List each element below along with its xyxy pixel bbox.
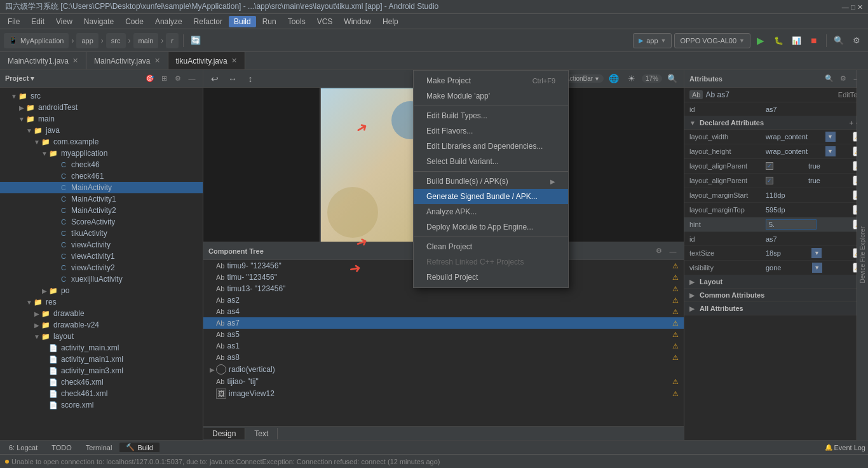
menu-view[interactable]: View [51, 16, 78, 27]
locale-btn[interactable]: 🌐 [606, 71, 621, 86]
all-section-header[interactable]: ▶ All Attributes [684, 302, 868, 315]
menu-run[interactable]: Run [257, 16, 281, 27]
comp-settings-icon[interactable]: ⚙ [653, 245, 665, 257]
tree-item-res[interactable]: ▼ 📁 res [0, 296, 203, 308]
breadcrumb-r[interactable]: r [166, 33, 179, 48]
back-nav-btn[interactable]: ↩ [207, 71, 222, 86]
menu-edit-libraries[interactable]: Edit Libraries and Dependencies... [414, 139, 568, 154]
tree-item-po[interactable]: ▶ 📁 po [0, 285, 203, 296]
bottom-tab-terminal[interactable]: Terminal [79, 443, 119, 452]
breadcrumb-main[interactable]: main [133, 33, 159, 48]
menu-analyze[interactable]: Analyze [150, 16, 187, 27]
settings-btn[interactable]: ⚙ [849, 33, 864, 48]
comp-item-as4[interactable]: Ab as4 ⚠ [203, 306, 684, 317]
sidebar-settings-icon[interactable]: ⚙ [172, 73, 184, 85]
menu-edit-build-types[interactable]: Edit Build Types... [414, 108, 568, 123]
device-dropdown[interactable]: OPPO VOG-AL00 ▼ [674, 33, 750, 48]
menu-tools[interactable]: Tools [283, 16, 311, 27]
tree-item-myapp[interactable]: ▼ 📁 myapplication [0, 148, 203, 159]
comp-item-as5[interactable]: Ab as5 ⚠ [203, 329, 684, 340]
declared-section-header[interactable]: ▼ Declared Attributes + — [684, 116, 868, 130]
tree-item-drawable-v24[interactable]: ▶ 📁 drawable-v24 [0, 319, 203, 331]
tree-item-viewactivity1[interactable]: C viewActivity1 [0, 251, 203, 262]
dropdown-btn[interactable]: ▼ [812, 263, 822, 273]
event-log-btn[interactable]: 🔔 Event Log [825, 444, 865, 451]
debug-btn[interactable]: 🐛 [771, 33, 786, 48]
maximize-btn[interactable]: □ [851, 3, 855, 11]
tab-tikuactivity[interactable]: tikuActivity.java ✕ [168, 52, 245, 70]
tab-close-icon[interactable]: ✕ [154, 57, 160, 65]
zoom-chip[interactable]: 17% [642, 74, 662, 83]
menu-help[interactable]: Help [377, 16, 403, 27]
sync-btn[interactable]: 🔄 [188, 33, 203, 48]
menu-vcs[interactable]: VCS [312, 16, 338, 27]
tree-item-activity-main3[interactable]: 📄 activity_main3.xml [0, 365, 203, 376]
comp-item-tijiao[interactable]: Ab tijiao- "tij" ⚠ [203, 376, 684, 387]
tree-item-activity-main1[interactable]: 📄 activity_main1.xml [0, 354, 203, 365]
menu-build[interactable]: Build [229, 16, 256, 27]
tree-item-main[interactable]: ▼ 📁 main [0, 113, 203, 125]
tree-item-viewactivity2[interactable]: C viewActivity2 [0, 262, 203, 273]
comp-item-as7[interactable]: Ab as7 ⚠ [203, 317, 684, 329]
menu-rebuild-project[interactable]: Rebuild Project [414, 270, 568, 285]
attr-settings-icon[interactable]: ⚙ [837, 73, 849, 85]
dropdown-btn[interactable]: ▼ [825, 132, 836, 142]
dropdown-btn[interactable]: ▼ [825, 146, 836, 156]
menu-make-project[interactable]: Make Project Ctrl+F9 [414, 73, 568, 88]
menu-select-variant[interactable]: Select Build Variant... [414, 154, 568, 169]
vert-btn[interactable]: ↕ [243, 71, 258, 86]
menu-code[interactable]: Code [120, 16, 149, 27]
comp-item-radio[interactable]: ▶ radio(vertical) [203, 363, 684, 376]
design-tab[interactable]: Design [203, 428, 245, 439]
comp-item-as1[interactable]: Ab as1 ⚠ [203, 340, 684, 352]
dropdown-btn[interactable]: ▼ [811, 248, 822, 258]
tree-item-androidtest[interactable]: ▶ 📁 androidTest [0, 102, 203, 113]
comp-item-as8[interactable]: Ab as8 ⚠ [203, 352, 684, 363]
attr-row-hint[interactable]: hint ⚠ [684, 217, 868, 232]
layout-section-header[interactable]: ▶ Layout [684, 275, 868, 289]
tree-item-mainactivity2[interactable]: C MainActivity2 [0, 205, 203, 216]
tree-item-mainactivity1[interactable]: C MainActivity1 [0, 193, 203, 205]
tab-mainactivity[interactable]: MainActivity.java ✕ [86, 52, 168, 70]
tree-item-check461[interactable]: C check461 [0, 170, 203, 182]
menu-make-module[interactable]: Make Module 'app' [414, 88, 568, 104]
menu-edit[interactable]: Edit [26, 16, 50, 27]
tree-item-src[interactable]: ▼ 📁 src [0, 90, 203, 102]
bottom-tab-build[interactable]: 🔨 Build [119, 443, 159, 452]
sidebar-locate-icon[interactable]: 🎯 [144, 73, 156, 85]
zoom-in-btn[interactable]: 🔍 [665, 71, 680, 86]
tree-item-check461-xml[interactable]: 📄 check461.xml [0, 388, 203, 399]
sidebar-close-icon[interactable]: — [186, 73, 198, 85]
tree-item-tikuactivity[interactable]: C tikuActivity [0, 228, 203, 239]
tab-close-icon[interactable]: ✕ [72, 57, 78, 65]
tree-item-drawable[interactable]: ▶ 📁 drawable [0, 308, 203, 319]
tree-item-mainactivity[interactable]: C MainActivity [0, 182, 203, 193]
comp-item-imageview12[interactable]: 🖼 imageView12 ⚠ [203, 387, 684, 400]
tree-item-scoreactivity[interactable]: C ScoreActivity [0, 216, 203, 228]
tree-item-viewactivity[interactable]: C viewActivity [0, 239, 203, 251]
tree-item-activity-main[interactable]: 📄 activity_main.xml [0, 342, 203, 354]
breadcrumb-app[interactable]: app [76, 33, 98, 48]
tree-item-score-xml[interactable]: 📄 score.xml [0, 399, 203, 411]
attr-search-icon[interactable]: 🔍 [824, 73, 835, 85]
comp-minus-icon[interactable]: — [667, 245, 679, 257]
ui-mode-btn[interactable]: ☀ [624, 71, 639, 86]
menu-build-bundle[interactable]: Build Bundle(s) / APK(s) ▶ [414, 174, 568, 189]
menu-generate-signed[interactable]: Generate Signed Bundle / APK... [414, 189, 568, 204]
text-tab[interactable]: Text [245, 428, 278, 439]
common-section-header[interactable]: ▶ Common Attributes [684, 289, 868, 302]
menu-edit-flavors[interactable]: Edit Flavors... [414, 123, 568, 139]
app-dropdown[interactable]: ▶ app ▼ [633, 33, 672, 48]
run-btn[interactable]: ▶ [753, 33, 768, 48]
menu-refactor[interactable]: Refactor [189, 16, 227, 27]
bottom-tab-logcat[interactable]: 6: Logcat [3, 443, 44, 452]
menu-navigate[interactable]: Navigate [79, 16, 119, 27]
tab-mainactivity1[interactable]: MainActivity1.java ✕ [0, 52, 86, 70]
menu-deploy-module[interactable]: Deploy Module to App Engine... [414, 219, 568, 235]
tab-close-icon[interactable]: ✕ [231, 57, 237, 65]
tree-item-com-example[interactable]: ▼ 📁 com.example [0, 136, 203, 148]
minimize-btn[interactable]: — [842, 3, 849, 11]
search-btn[interactable]: 🔍 [831, 33, 846, 48]
menu-analyze-apk[interactable]: Analyze APK... [414, 204, 568, 219]
breadcrumb-myapp[interactable]: 📱 MyApplication [4, 33, 69, 48]
